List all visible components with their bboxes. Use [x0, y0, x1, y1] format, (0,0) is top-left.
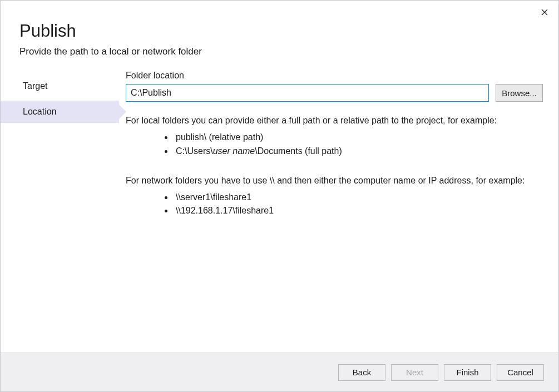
folder-location-row: Browse...	[126, 84, 543, 102]
nav-item-location[interactable]: Location	[1, 101, 119, 123]
network-example-ip: \\192.168.1.17\fileshare1	[174, 204, 543, 218]
network-folders-help: For network folders you have to use \\ a…	[126, 174, 543, 219]
close-icon	[541, 9, 548, 16]
back-button[interactable]: Back	[338, 364, 385, 381]
network-example-hostname: \\server1\fileshare1	[174, 191, 543, 205]
dialog-subtitle: Provide the path to a local or network f…	[19, 46, 540, 57]
local-example-relative: publish\ (relative path)	[174, 131, 543, 145]
network-help-intro: For network folders you have to use \\ a…	[126, 174, 543, 187]
wizard-nav: Target Location	[1, 75, 119, 234]
local-folders-help: For local folders you can provide either…	[126, 114, 543, 158]
browse-button[interactable]: Browse...	[496, 84, 543, 102]
nav-item-target[interactable]: Target	[1, 75, 119, 97]
cancel-button[interactable]: Cancel	[497, 364, 544, 381]
folder-location-label: Folder location	[126, 71, 543, 81]
dialog-header: Publish Provide the path to a local or n…	[1, 1, 558, 57]
close-button[interactable]	[536, 5, 553, 19]
wizard-content: Folder location Browse... For local fold…	[119, 75, 558, 234]
local-example-full: C:\Users\user name\Documents (full path)	[174, 145, 543, 158]
local-help-intro: For local folders you can provide either…	[126, 114, 543, 127]
network-help-list: \\server1\fileshare1 \\192.168.1.17\file…	[126, 191, 543, 219]
dialog-body: Target Location Folder location Browse..…	[1, 57, 558, 234]
dialog-footer: Back Next Finish Cancel	[1, 353, 558, 391]
finish-button[interactable]: Finish	[444, 364, 491, 381]
nav-item-label: Location	[23, 107, 57, 117]
local-help-list: publish\ (relative path) C:\Users\user n…	[126, 131, 543, 158]
folder-location-input[interactable]	[126, 84, 489, 102]
dialog-title: Publish	[19, 22, 540, 41]
next-button: Next	[391, 364, 438, 381]
nav-item-label: Target	[23, 81, 47, 91]
